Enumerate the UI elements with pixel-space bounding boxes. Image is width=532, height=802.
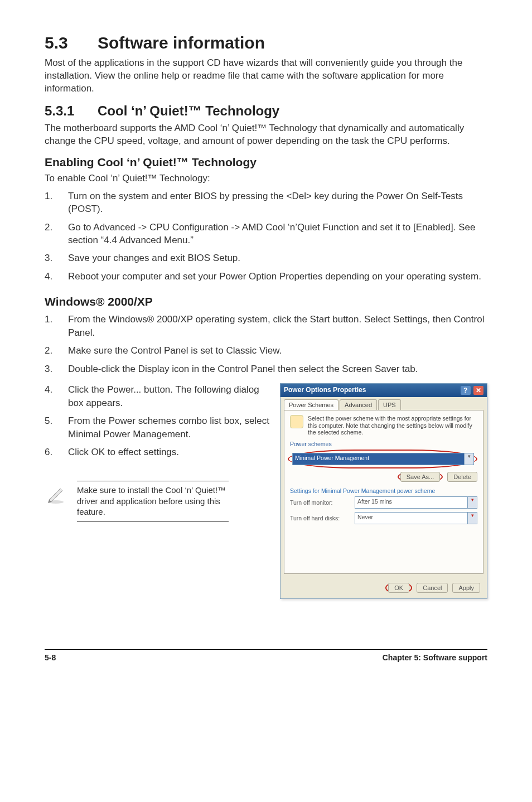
winxp-step-5: From the Power schemes combo list box, s… xyxy=(68,414,271,441)
subsection-intro: The motherboard supports the AMD Cool ‘n… xyxy=(45,122,487,148)
pencil-icon xyxy=(45,481,67,508)
save-as-button[interactable]: Save As... xyxy=(400,472,441,482)
section-title-text: Software information xyxy=(98,33,265,52)
subsection-title-text: Cool ‘n’ Quiet!™ Technology xyxy=(98,103,279,118)
apply-button[interactable]: Apply xyxy=(452,583,480,593)
help-icon[interactable]: ? xyxy=(461,386,471,395)
enable-heading: Enabling Cool ‘n’ Quiet!™ Technology xyxy=(45,156,487,169)
subsection-number: 5.3.1 xyxy=(45,103,98,119)
dialog-title: Power Options Properties xyxy=(284,386,366,395)
enable-step-1: Turn on the system and enter BIOS by pre… xyxy=(68,190,487,216)
dialog-tabs: Power Schemes Advanced UPS xyxy=(280,397,487,410)
enable-lead: To enable Cool ‘n’ Quiet!™ Technology: xyxy=(45,172,487,185)
plug-icon xyxy=(290,415,303,428)
hdd-off-select[interactable]: Never ▾ xyxy=(355,512,477,524)
tab-power-schemes[interactable]: Power Schemes xyxy=(284,399,338,410)
page-footer: 5-8 Chapter 5: Software support xyxy=(45,649,487,662)
section-intro: Most of the applications in the support … xyxy=(45,57,487,95)
winxp-step-4: Click the Power... button. The following… xyxy=(68,383,271,409)
ok-button[interactable]: OK xyxy=(388,583,409,593)
settings-group-label: Settings for Minimal Power Management po… xyxy=(290,487,477,494)
highlight-oval-ok: OK xyxy=(385,583,412,593)
power-scheme-value: Minimal Power Management xyxy=(293,453,464,465)
chevron-down-icon[interactable]: ▾ xyxy=(467,513,477,524)
section-number: 5.3 xyxy=(45,33,98,52)
chapter-label: Chapter 5: Software support xyxy=(383,653,487,662)
winxp-step-1: From the Windows® 2000/XP operating syst… xyxy=(68,313,487,339)
chevron-down-icon[interactable]: ▾ xyxy=(464,453,473,465)
chevron-down-icon[interactable]: ▾ xyxy=(467,497,477,508)
cancel-button[interactable]: Cancel xyxy=(417,583,448,593)
tab-advanced[interactable]: Advanced xyxy=(340,399,377,410)
enable-step-2: Go to Advanced -> CPU Configuration -> A… xyxy=(68,221,487,247)
enable-step-4: Reboot your computer and set your Power … xyxy=(68,270,481,283)
page-number: 5-8 xyxy=(45,653,56,662)
winxp-step-6: Click OK to effect settings. xyxy=(68,446,179,458)
winxp-step-3: Double-click the Display icon in the Con… xyxy=(68,363,418,375)
monitor-off-label: Turn off monitor: xyxy=(290,499,351,506)
enable-steps: 1.Turn on the system and enter BIOS by p… xyxy=(45,190,487,283)
highlight-oval-scheme: Minimal Power Management ▾ xyxy=(288,450,477,468)
highlight-oval-saveas: Save As... xyxy=(398,472,443,482)
close-icon[interactable]: ✕ xyxy=(473,386,483,395)
svg-marker-1 xyxy=(49,489,62,502)
power-scheme-combo[interactable]: Minimal Power Management ▾ xyxy=(292,453,474,465)
note-text: Make sure to install the Cool ‘n’ Quiet!… xyxy=(77,481,229,521)
hdd-off-value: Never xyxy=(355,513,467,524)
dialog-info-text: Select the power scheme with the most ap… xyxy=(308,415,477,436)
winxp-heading: Windows® 2000/XP xyxy=(45,295,487,308)
section-heading: 5.3Software information xyxy=(45,33,487,52)
power-schemes-group-label: Power schemes xyxy=(290,441,477,447)
winxp-step-2: Make sure the Control Panel is set to Cl… xyxy=(68,344,282,357)
power-options-dialog: Power Options Properties ? ✕ Power Schem… xyxy=(280,383,487,599)
enable-step-3: Save your changes and exit BIOS Setup. xyxy=(68,252,240,264)
dialog-titlebar: Power Options Properties ? ✕ xyxy=(280,384,487,397)
note-block: Make sure to install the Cool ‘n’ Quiet!… xyxy=(45,481,229,521)
hdd-off-label: Turn off hard disks: xyxy=(290,515,351,521)
delete-button[interactable]: Delete xyxy=(447,472,477,482)
winxp-steps-left: 4.Click the Power... button. The followi… xyxy=(45,383,271,458)
tab-ups[interactable]: UPS xyxy=(378,399,401,410)
subsection-heading: 5.3.1Cool ‘n’ Quiet!™ Technology xyxy=(45,103,487,119)
winxp-steps-top: 1.From the Windows® 2000/XP operating sy… xyxy=(45,313,487,375)
monitor-off-select[interactable]: After 15 mins ▾ xyxy=(355,496,477,509)
monitor-off-value: After 15 mins xyxy=(355,497,467,508)
